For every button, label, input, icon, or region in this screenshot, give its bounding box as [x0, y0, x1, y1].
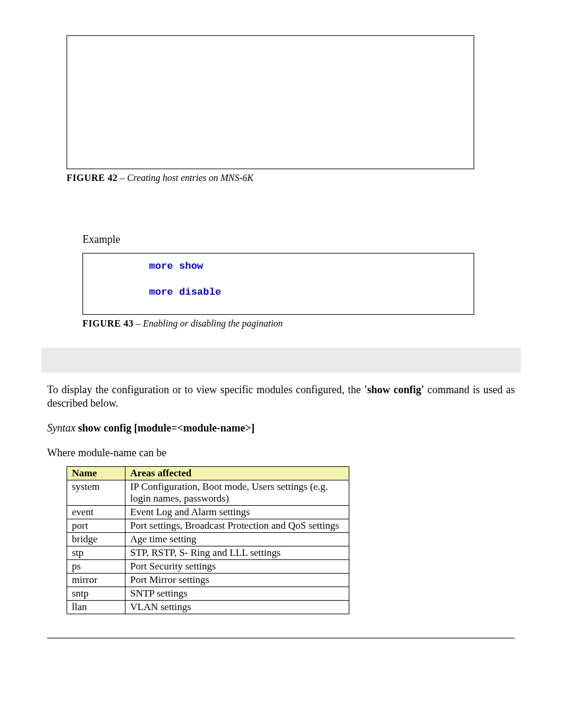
- figure-43-sep: –: [134, 318, 143, 328]
- cell-area: Event Log and Alarm settings: [125, 505, 349, 519]
- table-header-name: Name: [67, 466, 125, 480]
- cell-name: mirror: [67, 573, 125, 587]
- table-row: bridge Age time setting: [67, 532, 349, 546]
- cell-name: llan: [67, 600, 125, 614]
- cell-name: stp: [67, 546, 125, 559]
- syntax-label: Syntax: [47, 422, 75, 434]
- cell-area: IP Configuration, Boot mode, Users setti…: [125, 480, 349, 505]
- cell-area: Port Security settings: [125, 559, 349, 573]
- code-line-1: more show: [149, 259, 474, 274]
- table-row: mirror Port Mirror settings: [67, 573, 349, 587]
- cell-name: sntp: [67, 587, 125, 600]
- para1-pre: To display the configuration or to view …: [47, 384, 364, 396]
- table-row: stp STP, RSTP, S- Ring and LLL settings: [67, 546, 349, 559]
- para1-bold: 'show config': [364, 384, 424, 396]
- cell-name: ps: [67, 559, 125, 573]
- cell-area: STP, RSTP, S- Ring and LLL settings: [125, 546, 349, 559]
- figure-42-sep: –: [118, 173, 127, 183]
- section-band: [41, 348, 521, 373]
- cell-name: bridge: [67, 532, 125, 546]
- cell-area: VLAN settings: [125, 600, 349, 614]
- table-row: ps Port Security settings: [67, 559, 349, 573]
- table-row: port Port settings, Broadcast Protection…: [67, 519, 349, 532]
- cell-area: Port Mirror settings: [125, 573, 349, 587]
- figure-42-label: FIGURE 42: [67, 173, 118, 183]
- figure-42-caption: FIGURE 42 – Creating host entries on MNS…: [67, 172, 515, 183]
- example-heading: Example: [82, 233, 515, 246]
- table-row: event Event Log and Alarm settings: [67, 505, 349, 519]
- figure-43-box: more show more disable: [82, 253, 474, 315]
- document-page: FIGURE 42 – Creating host entries on MNS…: [0, 0, 562, 674]
- cell-name: event: [67, 505, 125, 519]
- figure-42-desc: Creating host entries on MNS-6K: [127, 173, 254, 183]
- table-header-row: Name Areas affected: [67, 466, 349, 480]
- figure-43-desc: Enabling or disabling the pagination: [143, 318, 283, 328]
- table-row: system IP Configuration, Boot mode, User…: [67, 480, 349, 505]
- table-row: sntp SNTP settings: [67, 587, 349, 600]
- cell-area: SNTP settings: [125, 587, 349, 600]
- cell-name: system: [67, 480, 125, 505]
- figure-43-caption: FIGURE 43 – Enabling or disabling the pa…: [82, 317, 515, 329]
- where-line: Where module-name can be: [47, 446, 515, 460]
- figure-43-label: FIGURE 43: [82, 318, 134, 328]
- cell-area: Port settings, Broadcast Protection and …: [125, 519, 349, 532]
- cell-name: port: [67, 519, 125, 532]
- module-table: Name Areas affected system IP Configurat…: [67, 466, 349, 614]
- code-line-2: more disable: [149, 285, 474, 299]
- syntax-line: Syntax show config [module=<module-name>…: [47, 422, 515, 434]
- syntax-command: show config [module=<module-name>]: [75, 422, 254, 434]
- table-header-areas: Areas affected: [125, 466, 349, 480]
- figure-42-box: [67, 35, 474, 169]
- table-row: llan VLAN settings: [67, 600, 349, 614]
- footer-rule: [47, 638, 515, 638]
- intro-paragraph: To display the configuration or to view …: [47, 383, 515, 411]
- cell-area: Age time setting: [125, 532, 349, 546]
